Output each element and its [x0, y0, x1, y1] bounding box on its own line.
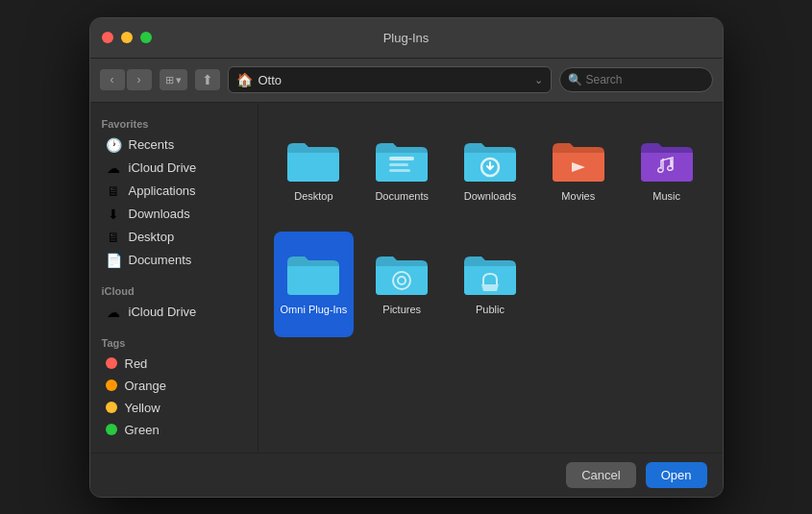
file-label-pictures: Pictures: [382, 303, 421, 316]
back-button[interactable]: ‹: [100, 69, 125, 90]
folder-movies-icon: [551, 137, 606, 184]
cancel-button[interactable]: Cancel: [566, 462, 635, 488]
file-label-movies: Movies: [561, 189, 595, 203]
sidebar-item-icloud-drive-label: iCloud Drive: [129, 305, 197, 319]
share-icon: ⬆: [202, 72, 213, 87]
icloud-drive-icon: ☁: [106, 305, 121, 320]
location-chevron-icon: ⌄: [534, 74, 543, 86]
folder-music-icon: [639, 137, 695, 184]
sidebar-item-tag-yellow-label: Yellow: [125, 401, 160, 415]
file-item-music[interactable]: Music: [627, 118, 707, 224]
forward-button[interactable]: ›: [127, 69, 152, 90]
svg-rect-0: [389, 157, 414, 160]
traffic-lights: [102, 32, 152, 43]
file-item-omni-plug-ins[interactable]: Omni Plug-Ins: [274, 232, 355, 337]
toolbar: ‹ › ⊞ ▾ ⬆ 🏠 Otto ⌄ 🔍: [90, 59, 723, 103]
action-button[interactable]: ⬆: [195, 69, 220, 90]
bottom-bar: Cancel Open: [90, 453, 723, 497]
folder-public-icon: [462, 251, 518, 297]
sidebar-item-applications[interactable]: 🖥 Applications: [94, 180, 254, 203]
sidebar-item-tag-yellow[interactable]: Yellow: [94, 397, 254, 419]
sidebar-item-tag-red-label: Red: [125, 356, 148, 371]
documents-icon: 📄: [106, 253, 121, 268]
sidebar-item-icloud-label: iCloud Drive: [129, 160, 197, 175]
svg-marker-6: [481, 284, 499, 291]
downloads-icon: ⬇: [106, 207, 121, 222]
file-item-desktop[interactable]: Desktop: [274, 118, 355, 224]
sidebar-item-desktop[interactable]: 🖥 Desktop: [94, 226, 254, 249]
folder-desktop-icon: [285, 137, 341, 184]
file-label-music: Music: [652, 189, 680, 203]
sidebar-item-desktop-label: Desktop: [129, 230, 175, 244]
sidebar-item-tag-orange[interactable]: Orange: [94, 375, 254, 397]
search-bar[interactable]: 🔍: [559, 67, 713, 92]
folder-downloads-icon: [462, 137, 518, 184]
sidebar-item-tag-red[interactable]: Red: [94, 353, 254, 375]
minimize-button[interactable]: [121, 32, 133, 43]
nav-buttons: ‹ ›: [100, 69, 152, 90]
main-content: Favorites 🕐 Recents ☁ iCloud Drive 🖥 App…: [90, 103, 723, 453]
sidebar-item-icloud-drive-fav[interactable]: ☁ iCloud Drive: [94, 157, 254, 180]
file-label-documents: Documents: [375, 189, 429, 203]
title-bar: Plug-Ins: [90, 18, 723, 59]
maximize-button[interactable]: [140, 32, 152, 43]
svg-rect-2: [389, 169, 410, 172]
icloud-header: iCloud: [90, 280, 258, 301]
sidebar-item-applications-label: Applications: [129, 184, 196, 198]
file-item-downloads[interactable]: Downloads: [450, 118, 530, 224]
location-bar[interactable]: 🏠 Otto ⌄: [228, 66, 552, 93]
search-input[interactable]: [586, 73, 704, 86]
tag-orange-dot: [106, 379, 117, 391]
file-item-pictures[interactable]: Pictures: [361, 232, 442, 337]
sidebar: Favorites 🕐 Recents ☁ iCloud Drive 🖥 App…: [90, 103, 258, 453]
sidebar-item-tag-orange-label: Orange: [125, 379, 166, 393]
window-title: Plug-Ins: [383, 31, 430, 45]
file-label-omni: Omni Plug-Ins: [281, 303, 348, 316]
favorites-header: Favorites: [90, 112, 258, 134]
folder-pictures-icon: [374, 251, 430, 297]
view-chevron-icon: ▾: [176, 74, 182, 86]
search-icon: 🔍: [568, 73, 582, 86]
sidebar-item-documents[interactable]: 📄 Documents: [94, 249, 254, 272]
tag-red-dot: [106, 357, 117, 369]
sidebar-item-tag-green[interactable]: Green: [94, 419, 254, 441]
view-toggle-button[interactable]: ⊞ ▾: [160, 69, 187, 90]
open-button[interactable]: Open: [646, 462, 707, 488]
svg-rect-1: [389, 163, 408, 166]
file-label-downloads: Downloads: [464, 189, 516, 203]
sidebar-item-downloads[interactable]: ⬇ Downloads: [94, 203, 254, 226]
home-icon: 🏠: [236, 72, 253, 87]
finder-window: Plug-Ins ‹ › ⊞ ▾ ⬆ 🏠 Otto ⌄ 🔍 Favorites: [89, 17, 724, 498]
file-grid: Desktop Documents: [258, 103, 723, 453]
sidebar-item-recents-label: Recents: [129, 137, 175, 152]
tag-yellow-dot: [106, 402, 117, 413]
recents-icon: 🕐: [106, 137, 121, 153]
folder-omni-icon: [285, 251, 341, 297]
file-label-public: Public: [476, 303, 504, 316]
sidebar-item-tag-green-label: Green: [125, 423, 160, 437]
view-icon: ⊞: [165, 74, 174, 86]
file-label-desktop: Desktop: [294, 189, 332, 203]
tag-green-dot: [106, 424, 117, 435]
sidebar-item-recents[interactable]: 🕐 Recents: [94, 134, 254, 157]
folder-documents-icon: [374, 137, 430, 184]
file-item-documents[interactable]: Documents: [361, 118, 442, 224]
applications-icon: 🖥: [106, 184, 121, 199]
location-text: Otto: [258, 73, 529, 87]
sidebar-item-icloud-drive[interactable]: ☁ iCloud Drive: [94, 301, 254, 324]
close-button[interactable]: [102, 32, 113, 43]
sidebar-item-downloads-label: Downloads: [129, 207, 190, 221]
sidebar-item-documents-label: Documents: [129, 253, 192, 267]
file-item-public[interactable]: Public: [450, 232, 530, 337]
icloud-icon: ☁: [106, 160, 121, 176]
tags-header: Tags: [90, 331, 258, 353]
desktop-icon: 🖥: [106, 230, 121, 245]
file-item-movies[interactable]: Movies: [538, 118, 619, 224]
